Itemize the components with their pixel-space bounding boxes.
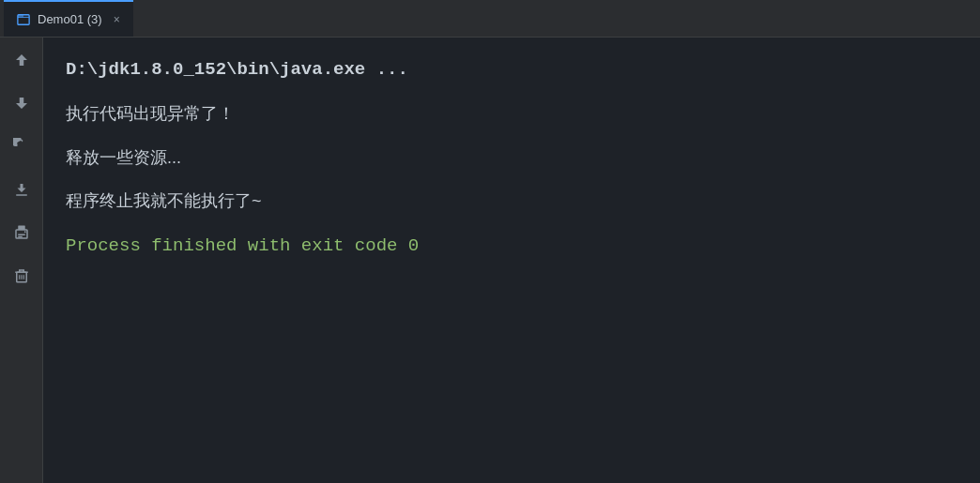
console-spacer-2 xyxy=(66,128,957,143)
trash-btn[interactable] xyxy=(8,263,35,289)
restart-btn[interactable] xyxy=(8,133,35,159)
console-area: D:\jdk1.8.0_152\bin\java.exe ... 执行代码出现异… xyxy=(43,38,980,483)
console-line-release: 释放一些资源... xyxy=(66,143,957,173)
svg-rect-7 xyxy=(18,236,23,238)
console-line-stop: 程序终止我就不能执行了~ xyxy=(66,187,957,216)
download-btn[interactable] xyxy=(8,176,35,203)
scroll-up-btn[interactable] xyxy=(8,47,35,73)
svg-point-8 xyxy=(23,231,25,233)
scroll-down-btn[interactable] xyxy=(8,90,35,116)
tab-label: Demo01 (3) xyxy=(38,12,102,26)
svg-rect-5 xyxy=(18,226,25,231)
console-line-exception: 执行代码出现异常了！ xyxy=(66,99,957,128)
svg-rect-3 xyxy=(16,194,27,196)
print-btn[interactable] xyxy=(8,219,35,246)
console-spacer-1 xyxy=(66,84,957,99)
sidebar xyxy=(0,38,43,483)
console-line-process: Process finished with exit code 0 xyxy=(66,231,957,261)
tab-demo01[interactable]: Demo01 (3) × xyxy=(4,0,133,37)
app-container: Demo01 (3) × xyxy=(0,0,980,483)
tab-close-btn[interactable]: × xyxy=(114,13,120,26)
tab-bar: Demo01 (3) × xyxy=(0,0,980,38)
console-spacer-3 xyxy=(66,172,957,187)
main-layout: D:\jdk1.8.0_152\bin\java.exe ... 执行代码出现异… xyxy=(0,38,980,483)
run-icon xyxy=(17,13,30,26)
console-line-command: D:\jdk1.8.0_152\bin\java.exe ... xyxy=(66,54,957,84)
svg-rect-6 xyxy=(18,234,25,236)
